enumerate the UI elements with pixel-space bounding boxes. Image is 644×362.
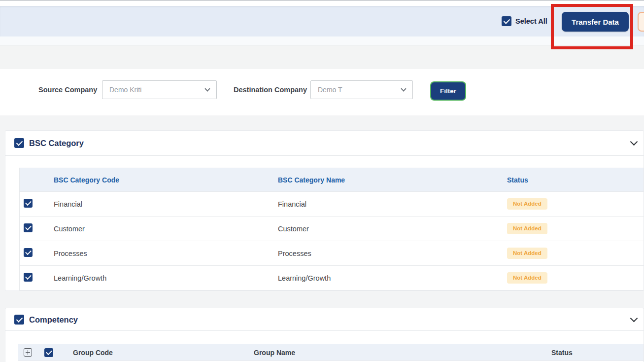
transfer-data-page: Select All Transfer Data Source Company … [0, 0, 644, 362]
status-badge: Not Added [507, 248, 547, 259]
row-name: Financial [278, 200, 507, 208]
row-checkbox[interactable] [24, 199, 33, 208]
row-code: Customer [54, 225, 278, 233]
filter-button[interactable]: Filter [431, 82, 465, 100]
bsc-table: BSC Category Code BSC Category Name Stat… [19, 168, 644, 290]
transfer-data-button[interactable]: Transfer Data [562, 12, 629, 32]
column-header-status: Status [507, 176, 644, 184]
column-header-code: BSC Category Code [54, 176, 278, 184]
bsc-table-header: BSC Category Code BSC Category Name Stat… [20, 168, 644, 191]
row-name: Learning/Growth [278, 274, 507, 282]
row-name: Processes [278, 250, 507, 257]
bsc-section-checkbox[interactable] [14, 138, 24, 148]
collapse-panel-header [0, 45, 644, 69]
select-all-label: Select All [515, 17, 547, 25]
source-company-label: Source Company [38, 86, 97, 94]
competency-section-checkbox[interactable] [14, 315, 24, 325]
top-margin-strip [0, 1, 644, 6]
table-row: Learning/Growth Learning/Growth Not Adde… [20, 265, 644, 290]
column-header-status: Status [551, 349, 644, 357]
competency-section: Competency Group Code Group Name Status [5, 308, 644, 362]
row-checkbox[interactable] [24, 223, 33, 232]
column-header-name: Group Name [254, 349, 551, 357]
bsc-category-section: BSC Category BSC Category Code BSC Categ… [5, 130, 644, 291]
header-checkbox[interactable] [44, 348, 53, 357]
toolbar-sub-strip [0, 36, 644, 45]
source-company-select[interactable]: Demo Kriti [102, 80, 217, 99]
row-checkbox[interactable] [24, 273, 33, 282]
row-code: Processes [54, 250, 278, 257]
chevron-down-icon [204, 86, 210, 91]
bsc-section-title: BSC Category [29, 139, 84, 148]
competency-section-title: Competency [29, 315, 78, 324]
bsc-section-header: BSC Category [5, 131, 644, 156]
column-header-code: Group Code [73, 349, 254, 357]
competency-table-header: Group Code Group Name Status [18, 344, 644, 361]
expand-plus-icon[interactable] [24, 348, 32, 357]
table-row: Processes Processes Not Added [20, 241, 644, 265]
destination-company-select[interactable]: Demo T [310, 80, 413, 99]
row-code: Financial [54, 200, 278, 208]
table-row: Customer Customer Not Added [20, 216, 644, 241]
status-badge: Not Added [507, 198, 547, 210]
destination-company-value: Demo T [318, 86, 398, 94]
column-header-name: BSC Category Name [278, 176, 507, 184]
row-checkbox[interactable] [24, 248, 33, 257]
status-badge: Not Added [507, 223, 547, 234]
competency-table: Group Code Group Name Status [18, 344, 644, 362]
table-row: Financial Financial Not Added [20, 191, 644, 216]
status-badge: Not Added [507, 272, 547, 284]
row-name: Customer [278, 225, 507, 233]
destination-company-label: Destination Company [234, 86, 307, 94]
chevron-down-icon[interactable] [630, 314, 638, 322]
select-all-control: Select All [502, 16, 547, 26]
competency-section-header: Competency [5, 308, 644, 331]
chevron-down-icon[interactable] [630, 138, 638, 146]
chevron-down-icon [401, 86, 406, 91]
select-all-checkbox[interactable] [502, 16, 511, 26]
partial-cutoff-button[interactable] [638, 12, 644, 32]
filter-bar: Source Company Demo Kriti Destination Co… [0, 69, 644, 115]
action-toolbar: Select All Transfer Data [0, 6, 644, 36]
source-company-value: Demo Kriti [109, 86, 202, 94]
row-code: Learning/Growth [54, 274, 278, 282]
